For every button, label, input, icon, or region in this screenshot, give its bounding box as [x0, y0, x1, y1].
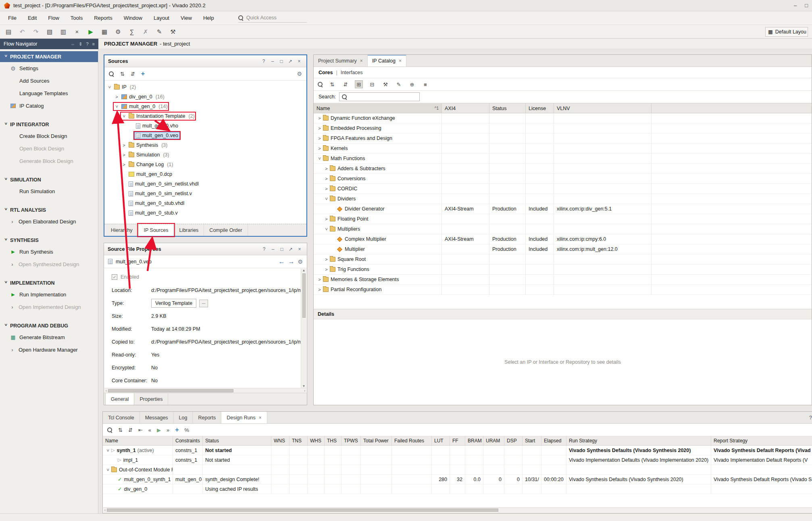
dock-icon[interactable]: ⇔	[71, 42, 75, 47]
close-icon[interactable]: ×	[296, 58, 303, 64]
chevron-collapsed-icon[interactable]: >	[317, 277, 322, 282]
nav-item-run-implementation[interactable]: ▶Run Implementation	[0, 288, 98, 301]
taxonomy-view-icon[interactable]: ⊟	[368, 80, 376, 88]
column-header-name[interactable]: Name ^1	[314, 104, 442, 113]
float-icon[interactable]: ↗	[287, 58, 294, 64]
nav-section-header-implementation[interactable]: >IMPLEMENTATION	[0, 277, 98, 288]
nav-item-generate-bitstream[interactable]: ▦Generate Bitstream	[0, 331, 98, 344]
chevron-expanded-icon[interactable]: >	[107, 85, 112, 90]
runs-column-ff[interactable]: FF	[450, 436, 465, 445]
tab-project-summary[interactable]: Project Summary×	[314, 55, 368, 67]
nav-section-header-ip-integrator[interactable]: >IP INTEGRATOR	[0, 119, 98, 130]
scroll-up-icon[interactable]: ▲	[302, 269, 306, 272]
chevron-expanded-icon[interactable]: >	[317, 156, 322, 161]
ip-row-conversions[interactable]: >Conversions	[314, 174, 812, 184]
chevron-collapsed-icon[interactable]: >	[317, 116, 322, 121]
document-icon[interactable]: ▧	[45, 27, 54, 36]
run-icon[interactable]: ▶	[157, 427, 161, 433]
run-button[interactable]: ▶	[86, 27, 95, 36]
chevron-expanded-icon[interactable]: >	[122, 114, 127, 119]
ellipsis-button[interactable]: ⋯	[199, 300, 208, 307]
create-run-icon[interactable]: +	[175, 426, 179, 433]
edit-pencil-icon[interactable]: ✎	[155, 27, 164, 36]
runs-column-tpws[interactable]: TPWS	[341, 436, 361, 445]
runs-column-run-strategy[interactable]: Run Strategy	[566, 436, 711, 445]
ip-row-cordic[interactable]: >CORDIC	[314, 184, 812, 194]
column-header-status[interactable]: Status	[489, 104, 526, 113]
runs-column-dsp[interactable]: DSP	[504, 436, 523, 445]
search-icon[interactable]	[107, 427, 112, 433]
source-item-mult-gen-0-stub-vhdl[interactable]: mult_gen_0_stub.vhdl	[104, 198, 306, 208]
ip-row-partial-reconfiguration[interactable]: >Partial Reconfiguration	[314, 285, 812, 295]
nav-item-ip-catalog[interactable]: IP Catalog	[0, 100, 98, 112]
horizontal-scrollbar[interactable]: ‹ ›	[103, 507, 812, 513]
run-row-div-gen-0[interactable]: ✓div_gen_0Using cached IP results	[103, 484, 812, 494]
chevron-collapsed-icon[interactable]: >	[317, 136, 322, 141]
ip-search-input[interactable]	[339, 92, 420, 101]
float-icon[interactable]: ↗	[287, 246, 294, 252]
scroll-left-icon[interactable]: ‹	[103, 508, 107, 512]
source-item-synthesis[interactable]: >Synthesis(3)	[104, 140, 306, 150]
runs-column-constraints[interactable]: Constraints	[173, 436, 203, 445]
chevron-expanded-icon[interactable]: >	[324, 196, 329, 202]
cancel-icon[interactable]: ✗	[141, 27, 150, 36]
runs-column-wns[interactable]: WNS	[271, 436, 289, 445]
help-icon[interactable]: ?	[86, 42, 88, 47]
gear-icon[interactable]: ⚙	[298, 258, 303, 265]
first-run-icon[interactable]: ⇤	[138, 427, 143, 433]
delete-icon[interactable]: ×	[73, 27, 81, 36]
nav-section-header-project-manager[interactable]: >PROJECT MANAGER	[0, 51, 98, 62]
nav-item-settings[interactable]: ⚙Settings	[0, 62, 98, 75]
ip-row-complex-multiplier[interactable]: Complex MultiplierAXI4-StreamProductionI…	[314, 234, 812, 244]
minimize-button[interactable]: –	[794, 2, 797, 8]
nav-item-open-hardware-manager[interactable]: ›Open Hardware Manager	[0, 344, 98, 356]
settings-gear-icon[interactable]: ⚙	[114, 27, 123, 36]
source-item-change-log[interactable]: >Change Log(1)	[104, 160, 306, 169]
runs-column-bram[interactable]: BRAM	[465, 436, 483, 445]
chevron-expanded-icon[interactable]: >	[106, 448, 110, 453]
menu-item-reports[interactable]: Reports	[88, 13, 118, 23]
source-item-mult-gen-0-sim-netlist-v[interactable]: mult_gen_0_sim_netlist.v	[104, 189, 306, 198]
vertical-scrollbar[interactable]: ▲ ▼	[301, 269, 306, 388]
chevron-collapsed-icon[interactable]: >	[324, 186, 329, 191]
ip-row-fpga-features-and-design[interactable]: >FPGA Features and Design	[314, 133, 812, 144]
resize-icon[interactable]: ⇕	[79, 42, 82, 47]
customize-wrench-icon[interactable]: ⚒	[381, 80, 389, 88]
scrollbar-thumb[interactable]	[108, 389, 233, 392]
tab-compile-order[interactable]: Compile Order	[204, 224, 248, 236]
tab-general[interactable]: General	[105, 393, 134, 405]
chevron-collapsed-icon[interactable]: >	[324, 267, 329, 272]
expand-all-icon[interactable]: ⇵	[131, 71, 135, 77]
maximize-icon[interactable]: □	[278, 246, 285, 252]
search-icon[interactable]	[318, 82, 323, 87]
close-icon[interactable]: ×	[360, 58, 363, 64]
chevron-collapsed-icon[interactable]: >	[324, 257, 329, 262]
view-cores[interactable]: Cores	[319, 70, 333, 75]
source-item-mult-gen-0-veo[interactable]: mult_gen_0.veo	[104, 131, 306, 140]
ip-row-dividers[interactable]: >Dividers	[314, 194, 812, 204]
menu-item-help[interactable]: Help	[198, 13, 220, 23]
runs-column-total-power[interactable]: Total Power	[361, 436, 392, 445]
undo-icon[interactable]: ↶	[18, 27, 27, 36]
chevron-collapsed-icon[interactable]: >	[317, 287, 322, 292]
source-item-div-gen-0[interactable]: >div_gen_0(16)	[104, 92, 306, 102]
column-header-license[interactable]: License	[526, 104, 554, 113]
ip-row-memories-storage-elements[interactable]: >Memories & Storage Elements	[314, 275, 812, 285]
nav-item-run-synthesis[interactable]: ▶Run Synthesis	[0, 246, 98, 258]
forward-icon[interactable]: →	[288, 258, 294, 265]
tab-libraries[interactable]: Libraries	[174, 224, 204, 236]
source-item-mult-gen-0-sim-netlist-vhdl[interactable]: mult_gen_0_sim_netlist.vhdl	[104, 179, 306, 189]
chevron-collapsed-icon[interactable]: >	[324, 176, 329, 181]
nav-item-add-sources[interactable]: Add Sources	[0, 75, 98, 87]
chevron-collapsed-icon[interactable]: >	[317, 146, 322, 151]
edit-pencil-icon[interactable]: ✎	[395, 80, 403, 88]
menu-item-window[interactable]: Window	[118, 13, 148, 23]
source-item-simulation[interactable]: >Simulation(3)	[104, 150, 306, 160]
wrench-icon[interactable]: ⚒	[169, 27, 177, 36]
tab-design-runs[interactable]: Design Runs×	[221, 412, 267, 423]
menu-item-tools[interactable]: Tools	[65, 13, 88, 23]
sum-icon[interactable]: ∑	[127, 27, 136, 36]
runs-column-ths[interactable]: THS	[325, 436, 341, 445]
chevron-collapsed-icon[interactable]: >	[121, 152, 127, 157]
ip-row-divider-generator[interactable]: Divider GeneratorAXI4-StreamProductionIn…	[314, 204, 812, 214]
